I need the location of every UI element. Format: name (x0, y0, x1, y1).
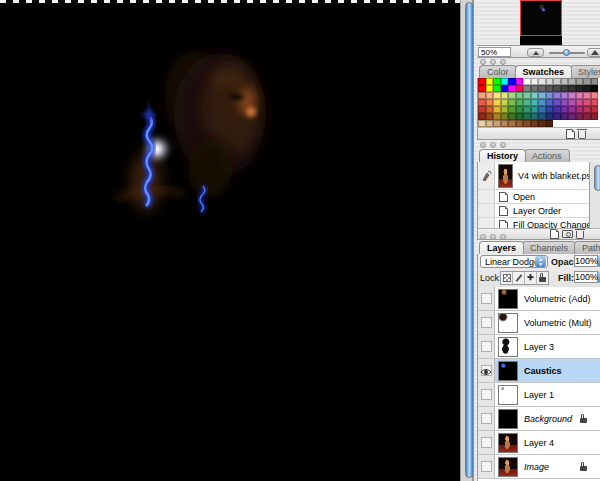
layer-name[interactable]: Background (524, 414, 580, 424)
zoom-in-button[interactable] (587, 48, 600, 57)
trash-icon[interactable] (578, 131, 586, 139)
swatch[interactable] (538, 78, 546, 85)
swatch[interactable] (523, 120, 531, 127)
swatch[interactable] (501, 106, 509, 113)
swatch[interactable] (538, 85, 546, 92)
history-state-label[interactable]: Open (513, 192, 535, 202)
swatch[interactable] (523, 85, 531, 92)
swatch[interactable] (501, 99, 509, 106)
swatch[interactable] (531, 106, 539, 113)
window-dot[interactable] (490, 234, 496, 240)
swatch[interactable] (501, 78, 509, 85)
swatch[interactable] (531, 113, 539, 120)
swatch[interactable] (553, 106, 561, 113)
swatch[interactable] (576, 106, 584, 113)
window-dot[interactable] (500, 59, 506, 65)
swatch[interactable] (478, 85, 486, 92)
swatch[interactable] (516, 113, 524, 120)
swatch[interactable] (553, 113, 561, 120)
swatch[interactable] (546, 120, 554, 127)
swatch[interactable] (523, 106, 531, 113)
visibility-toggle[interactable] (478, 407, 495, 430)
swatch[interactable] (538, 99, 546, 106)
layer-row[interactable]: Background (478, 407, 600, 431)
layer-name[interactable]: Volumetric (Mult) (524, 318, 592, 328)
swatch[interactable] (546, 85, 554, 92)
swatch[interactable] (508, 106, 516, 113)
swatch[interactable] (531, 85, 539, 92)
tab-actions[interactable]: Actions (524, 149, 570, 162)
swatch[interactable] (583, 113, 591, 120)
snapshot-name[interactable]: V4 with blanket.psd (518, 171, 596, 181)
swatch[interactable] (553, 99, 561, 106)
swatch[interactable] (583, 78, 591, 85)
swatch[interactable] (486, 120, 494, 127)
history-state-label[interactable]: Layer Order (513, 206, 561, 216)
layer-thumbnail[interactable] (498, 361, 518, 381)
swatch[interactable] (516, 92, 524, 99)
layer-row[interactable]: Volumetric (Mult) (478, 311, 600, 335)
tab-styles[interactable]: Styles (570, 65, 600, 78)
swatch[interactable] (493, 92, 501, 99)
layer-row[interactable]: Layer 3 (478, 335, 600, 359)
swatch[interactable] (516, 78, 524, 85)
window-dot[interactable] (500, 142, 506, 148)
swatch[interactable] (561, 78, 569, 85)
swatch[interactable] (493, 106, 501, 113)
window-dot[interactable] (490, 142, 496, 148)
swatch[interactable] (478, 78, 486, 85)
swatch[interactable] (531, 78, 539, 85)
swatch[interactable] (553, 92, 561, 99)
history-scrollbar-thumb[interactable] (594, 165, 600, 191)
swatch[interactable] (508, 120, 516, 127)
tab-color[interactable]: Color (479, 65, 517, 78)
swatch[interactable] (523, 113, 531, 120)
swatch[interactable] (546, 99, 554, 106)
layer-thumbnail[interactable] (498, 433, 518, 453)
new-swatch-icon[interactable] (566, 129, 575, 139)
swatch[interactable] (508, 99, 516, 106)
swatch[interactable] (538, 106, 546, 113)
swatch[interactable] (501, 120, 509, 127)
swatch[interactable] (561, 92, 569, 99)
layer-name[interactable]: Image (524, 462, 580, 472)
swatch[interactable] (568, 92, 576, 99)
swatch[interactable] (501, 92, 509, 99)
swatch[interactable] (591, 106, 599, 113)
navigator-view-box[interactable] (520, 0, 562, 36)
history-state-row[interactable]: Open (478, 190, 591, 204)
swatch[interactable] (546, 106, 554, 113)
swatch[interactable] (583, 85, 591, 92)
history-source-cell[interactable] (478, 204, 495, 217)
swatch[interactable] (531, 92, 539, 99)
tab-channels[interactable]: Channels (522, 241, 576, 254)
swatch[interactable] (546, 78, 554, 85)
layer-thumbnail[interactable] (498, 313, 518, 333)
swatch[interactable] (493, 113, 501, 120)
swatch[interactable] (508, 85, 516, 92)
tab-history[interactable]: History (479, 149, 526, 162)
swatch[interactable] (493, 120, 501, 127)
swatch[interactable] (516, 99, 524, 106)
history-scrollbar[interactable] (589, 162, 600, 228)
swatch[interactable] (508, 92, 516, 99)
swatch[interactable] (523, 99, 531, 106)
swatch[interactable] (486, 78, 494, 85)
visibility-toggle[interactable] (478, 455, 495, 478)
layer-row[interactable]: Image (478, 455, 600, 479)
swatch[interactable] (568, 106, 576, 113)
history-state-row[interactable]: Layer Order (478, 204, 591, 218)
swatch[interactable] (583, 99, 591, 106)
layer-name[interactable]: Caustics (524, 366, 580, 376)
layer-name[interactable]: Layer 3 (524, 342, 580, 352)
swatch[interactable] (516, 120, 524, 127)
swatch[interactable] (486, 99, 494, 106)
window-dot[interactable] (500, 234, 506, 240)
document-canvas[interactable] (0, 0, 460, 481)
swatch[interactable] (561, 113, 569, 120)
swatch[interactable] (478, 106, 486, 113)
swatch[interactable] (478, 92, 486, 99)
window-dot[interactable] (490, 59, 496, 65)
swatch[interactable] (516, 106, 524, 113)
visibility-toggle[interactable] (478, 287, 495, 310)
